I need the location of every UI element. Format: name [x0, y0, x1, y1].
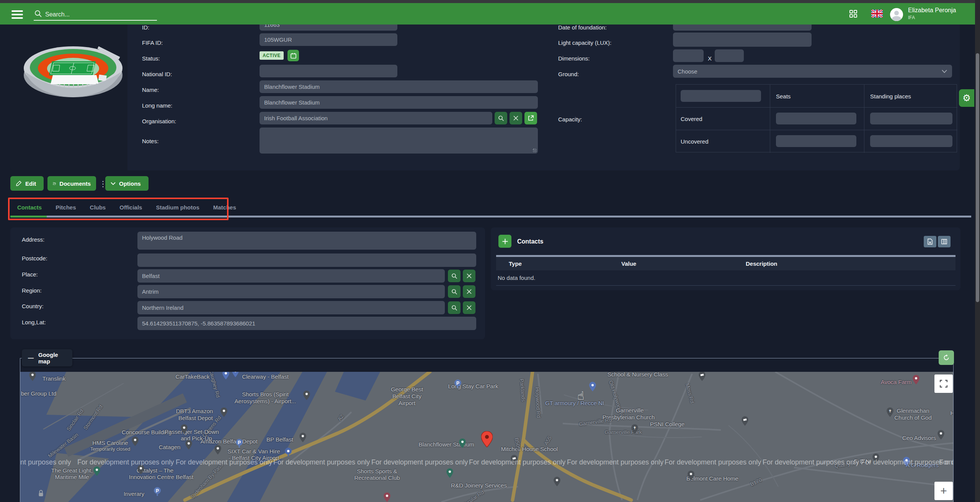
map-marker-blue[interactable]: [589, 382, 596, 393]
export-excel-button[interactable]: [924, 236, 936, 247]
fifa-id-input[interactable]: 105WGUR: [260, 33, 397, 46]
organisation-clear-button[interactable]: [510, 112, 522, 124]
place-label: Place:: [22, 271, 38, 278]
ground-select[interactable]: Choose: [673, 65, 952, 78]
add-contact-button[interactable]: [498, 235, 511, 248]
close-icon: [467, 289, 472, 294]
map-marker-church[interactable]: ✝: [887, 407, 893, 419]
map-marker-dark[interactable]: [185, 440, 192, 451]
svg-text:P: P: [456, 381, 459, 386]
longlat-input[interactable]: 54.614293511370875, -5.863587893686021: [137, 317, 476, 330]
apps-grid-icon[interactable]: [849, 10, 858, 18]
map-marker-bluecircle[interactable]: [284, 448, 292, 458]
map-marker-maroon[interactable]: [384, 492, 390, 502]
map-marker-school[interactable]: [742, 416, 748, 427]
page-scrollbar-thumb[interactable]: [976, 53, 979, 302]
map-refresh-button[interactable]: [939, 350, 954, 365]
stadium-image: [23, 37, 123, 104]
map-marker-dark[interactable]: [299, 433, 306, 444]
map-marker-school[interactable]: [699, 372, 706, 383]
contacts-panel: Contacts Type Value Description No data …: [491, 227, 960, 290]
name-input[interactable]: Blanchflower Stadium: [260, 80, 538, 93]
place-clear-button[interactable]: [463, 270, 475, 282]
map-marker-teal[interactable]: [459, 438, 466, 450]
organisation-search-button[interactable]: [495, 112, 507, 124]
search-icon: [34, 10, 42, 18]
map-watermark: For development purposes only: [567, 458, 663, 466]
map-label: Recreational Club: [354, 474, 400, 481]
organisation-input[interactable]: Irish Football Association: [260, 112, 492, 124]
map-zoom-in-button[interactable]: +: [934, 482, 953, 500]
settings-panel-button[interactable]: ⚙: [959, 89, 974, 107]
map-marker-pcircle[interactable]: P: [454, 379, 462, 390]
columns-toggle-button[interactable]: [938, 236, 951, 247]
national-id-input[interactable]: [260, 65, 397, 77]
map-label: Inverary: [124, 491, 144, 497]
map-marker-dark[interactable]: [938, 430, 944, 441]
country-search-button[interactable]: [448, 301, 461, 314]
map-marker-dark[interactable]: [132, 437, 139, 448]
map-marker-dark[interactable]: [214, 445, 221, 456]
organisation-open-button[interactable]: [524, 112, 537, 124]
map-marker-dark[interactable]: [181, 424, 188, 435]
app-header: Search... Elizabeta Peronja IFA: [0, 3, 980, 25]
map-marker-pcircle[interactable]: P: [154, 487, 161, 498]
map-marker-blue[interactable]: [222, 372, 229, 381]
user-info[interactable]: Elizabeta Peronja IFA: [908, 7, 956, 20]
map-marker-dark[interactable]: [137, 465, 144, 476]
edit-button[interactable]: Edit: [10, 176, 44, 191]
place-input[interactable]: Belfast: [137, 269, 445, 283]
avatar[interactable]: [890, 8, 903, 21]
uk-flag-icon[interactable]: [871, 10, 883, 18]
capacity-col-standing: Standing places: [870, 93, 911, 100]
map-marker-pcircle[interactable]: P: [235, 439, 243, 450]
region-clear-button[interactable]: [463, 285, 475, 298]
country-clear-button[interactable]: [463, 301, 475, 314]
place-search-button[interactable]: [448, 270, 461, 282]
uncovered-standing-input[interactable]: [870, 135, 952, 147]
map-marker-dark[interactable]: [688, 471, 694, 482]
map-marker-blue[interactable]: [232, 372, 239, 379]
map-marker-dark[interactable]: [554, 477, 560, 488]
map-marker-dark[interactable]: [220, 407, 227, 419]
map-marker-maroon[interactable]: [913, 375, 920, 386]
postcode-input[interactable]: [137, 253, 476, 267]
map-marker-lock[interactable]: [38, 490, 44, 498]
google-map-legend[interactable]: — Google map: [22, 349, 72, 366]
column-type: Type: [509, 260, 522, 267]
map-fullscreen-button[interactable]: [934, 374, 953, 393]
map-label: DBT3 Amazon: [176, 408, 213, 414]
options-button[interactable]: Options: [105, 176, 149, 191]
notes-textarea[interactable]: [260, 128, 538, 154]
region-input[interactable]: Antrim: [137, 285, 445, 298]
map-marker-dark[interactable]: [29, 372, 36, 383]
map-marker-red[interactable]: [481, 431, 493, 449]
status-label: Status:: [142, 55, 160, 62]
map-marker-teal[interactable]: [446, 468, 453, 479]
dimension-width-input[interactable]: [673, 49, 704, 62]
menu-button[interactable]: [11, 8, 23, 21]
capacity-total-input[interactable]: [681, 90, 761, 102]
status-history-button[interactable]: [287, 50, 299, 61]
map-watermark: For development purposes only: [20, 458, 71, 466]
map-label: Concourse Building: [122, 429, 172, 435]
address-input[interactable]: Holywood Road: [137, 232, 476, 250]
uncovered-seats-input[interactable]: [776, 135, 856, 147]
map-marker-teal[interactable]: [93, 466, 100, 477]
covered-seats-input[interactable]: [776, 113, 856, 124]
search-input[interactable]: Search...: [45, 11, 70, 18]
user-name: Elizabeta Peronja: [908, 7, 956, 14]
collapse-icon[interactable]: —: [28, 355, 34, 361]
dimension-height-input[interactable]: [715, 49, 744, 62]
documents-button[interactable]: Documents: [47, 176, 96, 191]
light-capacity-input[interactable]: [673, 33, 812, 47]
covered-standing-input[interactable]: [870, 113, 952, 124]
google-map[interactable]: Translinkber Group LtdSinclair RdStormon…: [20, 372, 953, 502]
region-search-button[interactable]: [448, 285, 461, 298]
resize-handle[interactable]: [533, 149, 537, 152]
country-input[interactable]: Northern Ireland: [137, 301, 445, 314]
map-marker-church[interactable]: ✝: [631, 424, 638, 435]
map-label: Belfast City: [392, 393, 421, 399]
long-name-input[interactable]: Blanchflower Stadium: [260, 96, 538, 109]
map-marker-dark[interactable]: [303, 391, 310, 402]
